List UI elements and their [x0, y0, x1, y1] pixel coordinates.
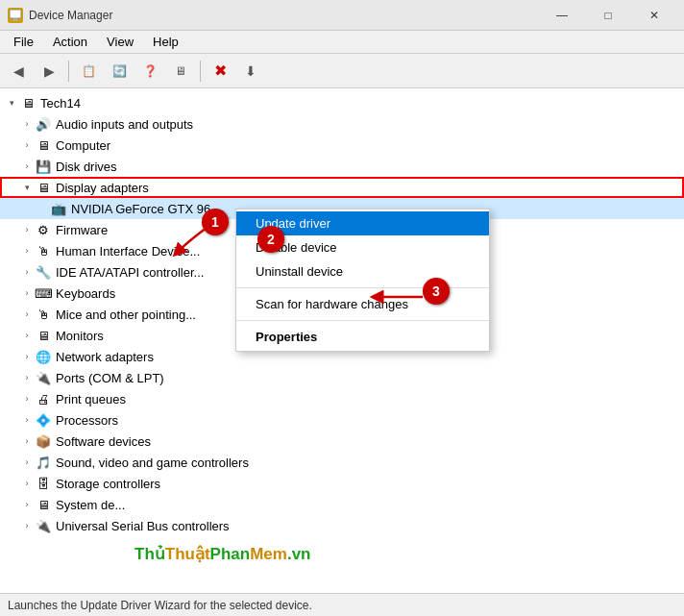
status-text: Launches the Update Driver Wizard for th…	[8, 599, 312, 612]
menubar: File Action View Help	[0, 31, 684, 54]
tree-item-software[interactable]: 📦 Software devices	[0, 431, 684, 452]
tree-root[interactable]: 🖥 Tech14	[0, 92, 684, 113]
mice-label: Mice and other pointing...	[56, 308, 196, 322]
add-button[interactable]: ✖	[206, 58, 234, 85]
scan-button[interactable]: 🖥	[166, 58, 195, 85]
expand-system[interactable]	[19, 497, 35, 512]
expand-monitors[interactable]	[19, 328, 35, 343]
close-button[interactable]: ✕	[632, 0, 676, 31]
svg-rect-0	[10, 10, 21, 18]
expand-processors[interactable]	[19, 412, 35, 428]
wm-text-5: .vn	[287, 545, 311, 564]
statusbar: Launches the Update Driver Wizard for th…	[0, 593, 684, 616]
display-label: Display adapters	[56, 181, 149, 195]
tree-item-print[interactable]: 🖨 Print queues	[0, 388, 684, 409]
network-label: Network adapters	[56, 350, 154, 364]
toolbar-separator-1	[68, 61, 69, 82]
window-controls: — □ ✕	[540, 0, 676, 31]
expand-print[interactable]	[19, 391, 35, 407]
menu-help[interactable]: Help	[143, 31, 188, 53]
nvidia-icon: 📺	[50, 200, 67, 217]
mice-icon: 🖱	[35, 306, 52, 323]
storage-icon: 🗄	[35, 475, 52, 492]
tree-item-audio[interactable]: 🔊 Audio inputs and outputs	[0, 113, 684, 135]
properties-button[interactable]: 📋	[74, 58, 103, 85]
tree-item-sound[interactable]: 🎵 Sound, video and game controllers	[0, 452, 684, 473]
minimize-button[interactable]: —	[540, 0, 584, 31]
expand-ide[interactable]	[19, 264, 35, 280]
ports-label: Ports (COM & LPT)	[56, 371, 164, 385]
ports-icon: 🔌	[35, 369, 52, 386]
expand-computer[interactable]	[19, 137, 35, 153]
system-icon: 🖥	[35, 496, 52, 513]
expand-storage[interactable]	[19, 476, 35, 491]
sound-label: Sound, video and game controllers	[56, 456, 249, 470]
menu-file[interactable]: File	[4, 31, 43, 53]
menu-view[interactable]: View	[97, 31, 143, 53]
wm-text-4: Mem	[250, 545, 287, 564]
watermark: Thủ Thuật Phan Mem .vn	[134, 544, 310, 564]
monitors-label: Monitors	[56, 329, 104, 343]
firmware-label: Firmware	[56, 223, 108, 237]
ctx-uninstall-device[interactable]: Uninstall device	[236, 259, 489, 283]
display-icon: 🖥	[35, 179, 52, 196]
ctx-update-driver[interactable]: Update driver	[236, 211, 489, 235]
tree-item-usb[interactable]: 🔌 Universal Serial Bus controllers	[0, 515, 684, 536]
update-button[interactable]: 🔄	[105, 58, 134, 85]
root-icon: 🖥	[19, 94, 37, 111]
usb-label: Universal Serial Bus controllers	[56, 519, 230, 533]
usb-icon: 🔌	[35, 517, 52, 534]
expand-usb[interactable]	[19, 518, 35, 533]
expand-display[interactable]	[19, 180, 35, 195]
computer-icon: 🖥	[35, 136, 52, 154]
print-label: Print queues	[56, 392, 126, 407]
tree-item-disk[interactable]: 💾 Disk drives	[0, 156, 684, 177]
tree-item-display[interactable]: 🖥 Display adapters	[0, 177, 684, 198]
expand-mice[interactable]	[19, 307, 35, 322]
software-label: Software devices	[56, 434, 151, 449]
expand-hid[interactable]	[19, 243, 35, 259]
ctx-sep-2	[236, 320, 489, 321]
toolbar: ◀ ▶ 📋 🔄 ❓ 🖥 ✖ ⬇	[0, 54, 684, 88]
expand-firmware[interactable]	[19, 222, 35, 237]
tree-item-system[interactable]: 🖥 System de...	[0, 494, 684, 515]
tree-item-storage[interactable]: 🗄 Storage controllers	[0, 473, 684, 494]
rollback-button[interactable]: ⬇	[236, 58, 265, 85]
toolbar-separator-2	[200, 61, 201, 82]
audio-icon: 🔊	[35, 115, 52, 133]
svg-rect-2	[12, 20, 19, 21]
root-label: Tech14	[40, 96, 81, 111]
expand-sound[interactable]	[19, 455, 35, 470]
expand-keyboard[interactable]	[19, 285, 35, 301]
ide-label: IDE ATA/ATAPI controller...	[56, 265, 204, 280]
help-button[interactable]: ❓	[135, 58, 164, 85]
keyboard-label: Keyboards	[56, 286, 115, 301]
keyboard-icon: ⌨	[35, 284, 52, 302]
expand-network[interactable]	[19, 349, 35, 364]
tree-item-processors[interactable]: 💠 Processors	[0, 409, 684, 431]
back-button[interactable]: ◀	[4, 58, 33, 85]
print-icon: 🖨	[35, 390, 52, 407]
expand-software[interactable]	[19, 433, 35, 449]
forward-button[interactable]: ▶	[35, 58, 63, 85]
ctx-disable-device[interactable]: Disable device	[236, 235, 489, 259]
tree-item-ports[interactable]: 🔌 Ports (COM & LPT)	[0, 367, 684, 388]
expand-root[interactable]	[4, 95, 19, 111]
app-icon	[8, 8, 23, 23]
maximize-button[interactable]: □	[586, 0, 630, 31]
disk-icon: 💾	[35, 158, 52, 175]
expand-disk[interactable]	[19, 159, 35, 174]
tree-item-computer[interactable]: 🖥 Computer	[0, 135, 684, 156]
expand-audio[interactable]	[19, 116, 35, 132]
main-area: 🖥 Tech14 🔊 Audio inputs and outputs 🖥 Co…	[0, 88, 684, 593]
ctx-properties[interactable]: Properties	[236, 325, 489, 349]
disk-label: Disk drives	[56, 160, 117, 174]
nvidia-label: NVIDIA GeForce GTX 96...	[71, 202, 221, 216]
context-menu: Update driver Disable device Uninstall d…	[235, 209, 490, 352]
expand-ports[interactable]	[19, 370, 35, 385]
sound-icon: 🎵	[35, 454, 52, 471]
ctx-scan-changes[interactable]: Scan for hardware changes	[236, 292, 489, 316]
menu-action[interactable]: Action	[43, 31, 97, 53]
wm-text-2: Thuật	[165, 544, 210, 564]
device-tree[interactable]: 🖥 Tech14 🔊 Audio inputs and outputs 🖥 Co…	[0, 88, 684, 593]
